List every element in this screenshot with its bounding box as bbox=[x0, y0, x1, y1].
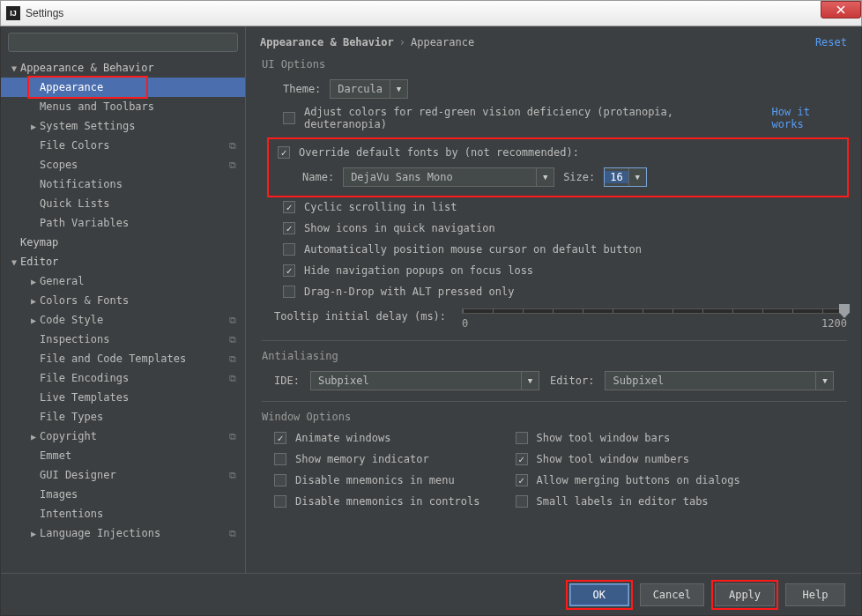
sidebar-item-file-colors[interactable]: File Colors⧉ bbox=[1, 136, 245, 155]
sidebar-item-appearance-behavior[interactable]: ▼Appearance & Behavior bbox=[1, 58, 245, 78]
sidebar-item-images[interactable]: Images bbox=[1, 485, 245, 504]
chevron-down-icon: ▼ bbox=[822, 376, 827, 385]
dropdown-button[interactable]: ▼ bbox=[521, 372, 539, 390]
hide-nav-label: Hide navigation popups on focus loss bbox=[304, 264, 533, 277]
font-size-value: 16 bbox=[605, 171, 628, 183]
window-close-button[interactable] bbox=[821, 1, 861, 19]
section-window-options: Window Options bbox=[262, 411, 847, 423]
sidebar-item-general[interactable]: ▶General bbox=[1, 271, 245, 291]
show-icons-checkbox[interactable] bbox=[283, 222, 295, 234]
cyclic-scroll-checkbox[interactable] bbox=[283, 201, 295, 213]
sidebar-item-file-encodings[interactable]: File Encodings⧉ bbox=[1, 368, 245, 388]
reset-link[interactable]: Reset bbox=[815, 36, 847, 48]
dropdown-button[interactable]: ▼ bbox=[390, 80, 407, 98]
checkbox[interactable] bbox=[274, 453, 286, 465]
sidebar-item-editor[interactable]: ▼Editor bbox=[1, 252, 245, 271]
sidebar-item-system-settings[interactable]: ▶System Settings bbox=[1, 116, 245, 136]
checkbox[interactable] bbox=[516, 453, 528, 465]
search-input[interactable] bbox=[8, 33, 238, 52]
override-fonts-label: Override default fonts by (not recommend… bbox=[299, 146, 579, 159]
sidebar-item-label: Emmet bbox=[40, 449, 245, 462]
show-icons-label: Show icons in quick navigation bbox=[304, 222, 495, 234]
sidebar-item-menus-and-toolbars[interactable]: Menus and Toolbars bbox=[1, 97, 245, 116]
apply-button[interactable]: Apply bbox=[715, 583, 775, 606]
font-size-label: Size: bbox=[563, 171, 595, 183]
theme-select[interactable]: Darcula ▼ bbox=[330, 79, 408, 99]
dropdown-button[interactable]: ▼ bbox=[536, 168, 554, 186]
checkbox[interactable] bbox=[516, 432, 528, 444]
aa-editor-value: Subpixel bbox=[606, 375, 815, 387]
checkbox-label: Disable mnemonics in controls bbox=[295, 495, 480, 508]
sidebar-item-label: Language Injections bbox=[40, 527, 229, 539]
sidebar-item-code-style[interactable]: ▶Code Style⧉ bbox=[1, 310, 245, 330]
checkbox[interactable] bbox=[274, 432, 286, 444]
project-scope-icon: ⧉ bbox=[229, 140, 236, 152]
help-button[interactable]: Help bbox=[785, 583, 845, 606]
hide-nav-checkbox[interactable] bbox=[283, 264, 295, 277]
chevron-right-icon: ▶ bbox=[27, 122, 40, 131]
sidebar-item-keymap[interactable]: Keymap bbox=[1, 233, 245, 252]
aa-editor-select[interactable]: Subpixel ▼ bbox=[605, 371, 834, 390]
sidebar-item-label: Keymap bbox=[20, 236, 245, 249]
sidebar-item-file-types[interactable]: File Types bbox=[1, 407, 245, 427]
dropdown-button[interactable]: ▼ bbox=[815, 372, 833, 390]
slider-thumb-icon[interactable] bbox=[839, 304, 850, 318]
sidebar-item-colors-fonts[interactable]: ▶Colors & Fonts bbox=[1, 291, 245, 310]
font-name-value: DejaVu Sans Mono bbox=[344, 171, 536, 183]
sidebar-item-copyright[interactable]: ▶Copyright⧉ bbox=[1, 427, 245, 446]
sidebar-item-gui-designer[interactable]: GUI Designer⧉ bbox=[1, 465, 245, 485]
sidebar-item-label: Path Variables bbox=[40, 217, 245, 229]
project-scope-icon: ⧉ bbox=[229, 528, 236, 539]
chevron-right-icon: ▶ bbox=[27, 315, 40, 325]
sidebar-item-label: Appearance & Behavior bbox=[20, 62, 245, 74]
sidebar-item-inspections[interactable]: Inspections⧉ bbox=[1, 330, 245, 349]
sidebar-item-label: GUI Designer bbox=[40, 469, 229, 481]
sidebar-item-file-and-code-templates[interactable]: File and Code Templates⧉ bbox=[1, 349, 245, 368]
auto-position-checkbox[interactable] bbox=[283, 243, 295, 256]
sidebar-item-live-templates[interactable]: Live Templates bbox=[1, 388, 245, 407]
font-size-select[interactable]: 16 ▼ bbox=[604, 167, 646, 187]
sidebar-item-label: File Types bbox=[40, 411, 245, 423]
sidebar-item-emmet[interactable]: Emmet bbox=[1, 446, 245, 465]
checkbox[interactable] bbox=[516, 474, 528, 486]
checkbox[interactable] bbox=[274, 495, 286, 508]
auto-position-label: Automatically position mouse cursor on d… bbox=[304, 243, 642, 256]
sidebar-item-label: General bbox=[40, 275, 245, 287]
sidebar-item-scopes[interactable]: Scopes⧉ bbox=[1, 155, 245, 174]
sidebar-item-label: File Colors bbox=[40, 139, 229, 152]
drag-drop-alt-label: Drag-n-Drop with ALT pressed only bbox=[304, 286, 514, 298]
sidebar-item-path-variables[interactable]: Path Variables bbox=[1, 213, 245, 233]
window-title: Settings bbox=[26, 7, 63, 19]
checkbox-label: Show memory indicator bbox=[295, 453, 429, 465]
aa-editor-label: Editor: bbox=[550, 375, 595, 387]
ok-button[interactable]: OK bbox=[569, 583, 629, 606]
checkbox[interactable] bbox=[274, 474, 286, 486]
sidebar-item-appearance[interactable]: Appearance bbox=[1, 78, 245, 97]
window-titlebar: IJ Settings bbox=[0, 0, 862, 26]
settings-tree[interactable]: ▼Appearance & BehaviorAppearanceMenus an… bbox=[1, 58, 245, 573]
breadcrumb: Appearance & Behavior › Appearance Reset bbox=[246, 26, 861, 58]
sidebar-item-language-injections[interactable]: ▶Language Injections⧉ bbox=[1, 523, 245, 543]
how-it-works-link[interactable]: How it works bbox=[772, 106, 847, 130]
drag-drop-alt-checkbox[interactable] bbox=[283, 286, 295, 298]
sidebar-item-label: Code Style bbox=[40, 314, 229, 326]
sidebar-item-notifications[interactable]: Notifications bbox=[1, 174, 245, 194]
checkbox-label: Disable mnemonics in menu bbox=[295, 474, 455, 486]
breadcrumb-root: Appearance & Behavior bbox=[260, 36, 394, 48]
font-name-select[interactable]: DejaVu Sans Mono ▼ bbox=[343, 167, 554, 187]
sidebar-item-quick-lists[interactable]: Quick Lists bbox=[1, 194, 245, 213]
sidebar-item-intentions[interactable]: Intentions bbox=[1, 504, 245, 523]
tooltip-delay-slider[interactable]: 0 1200 bbox=[462, 308, 847, 330]
section-antialiasing: Antialiasing bbox=[262, 350, 847, 362]
chevron-down-icon: ▼ bbox=[8, 257, 20, 267]
aa-ide-select[interactable]: Subpixel ▼ bbox=[310, 371, 539, 390]
sidebar-item-label: Notifications bbox=[40, 178, 245, 190]
dropdown-button[interactable]: ▼ bbox=[628, 168, 646, 186]
project-scope-icon: ⧉ bbox=[229, 470, 236, 481]
cancel-button[interactable]: Cancel bbox=[640, 583, 704, 606]
checkbox[interactable] bbox=[516, 495, 528, 508]
sidebar-item-label: Appearance bbox=[40, 81, 245, 93]
adjust-colors-checkbox[interactable] bbox=[283, 112, 295, 124]
override-fonts-checkbox[interactable] bbox=[278, 146, 290, 159]
close-icon bbox=[836, 5, 845, 14]
